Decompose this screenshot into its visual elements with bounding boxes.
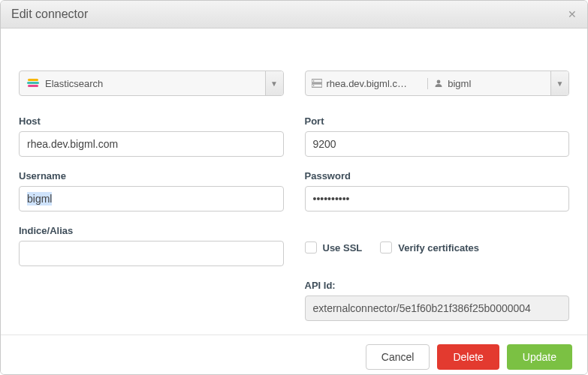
modal-footer: Cancel Delete Update [1,334,587,375]
user-icon [434,79,443,88]
modal-header: Edit connector ✕ [1,1,587,28]
engine-select-label: Elasticsearch [45,78,103,89]
password-label: Password [305,170,570,182]
modal-title: Edit connector [11,8,88,21]
checkbox-box [380,242,392,254]
username-input[interactable]: bigml [19,186,284,212]
engine-select[interactable]: Elasticsearch ▼ [19,70,284,96]
delete-button[interactable]: Delete [437,344,499,370]
host-input[interactable] [19,131,284,157]
connection-user-label: bigml [448,78,471,89]
svg-point-4 [437,80,441,84]
indice-label: Indice/Alias [19,225,284,236]
verify-certs-label: Verify certificates [398,242,479,254]
port-label: Port [305,116,570,127]
host-label: Host [19,116,284,127]
close-icon[interactable]: ✕ [568,8,577,20]
api-id-field [305,296,570,321]
checkbox-box [305,242,317,254]
modal-body: Elasticsearch ▼ rhea.dev.bigml.c… [1,28,587,334]
update-button[interactable]: Update [507,344,572,370]
chevron-down-icon: ▼ [265,71,283,95]
password-input[interactable] [305,186,570,212]
server-icon [312,79,322,88]
connection-select[interactable]: rhea.dev.bigml.c… bigml ▼ [305,70,570,96]
verify-certs-checkbox[interactable]: Verify certificates [380,242,479,254]
port-input[interactable] [305,131,570,157]
use-ssl-checkbox[interactable]: Use SSL [305,242,363,254]
elasticsearch-icon [27,77,39,89]
indice-input[interactable] [19,241,284,266]
connection-host-label: rhea.dev.bigml.c… [327,78,407,89]
cancel-button[interactable]: Cancel [366,344,430,370]
api-id-label: API Id: [305,280,570,291]
svg-point-3 [312,85,314,86]
chevron-down-icon: ▼ [550,71,568,95]
svg-point-2 [312,80,314,82]
use-ssl-label: Use SSL [323,242,363,254]
edit-connector-modal: Edit connector ✕ Elasticsearch ▼ [0,0,588,375]
username-label: Username [19,170,284,182]
